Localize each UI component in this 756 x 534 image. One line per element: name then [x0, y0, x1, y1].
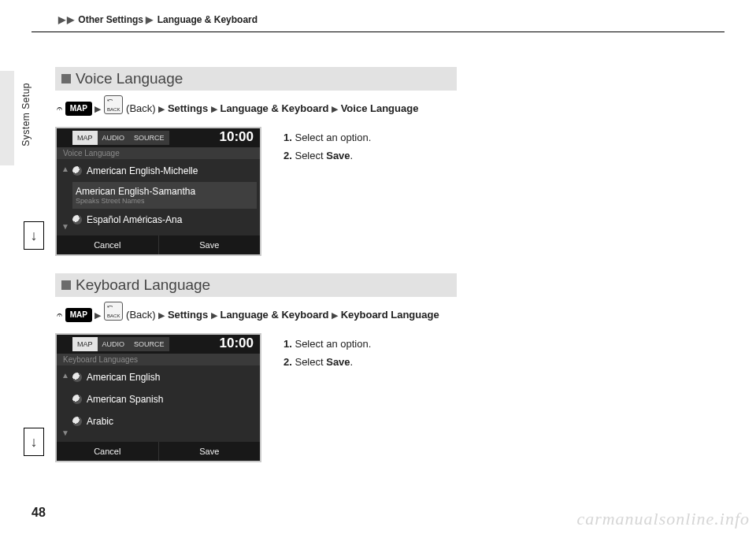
- screen-title: Keyboard Languages: [57, 354, 260, 365]
- step-number: 1.: [284, 338, 292, 350]
- screenshot-voice-language: MAP AUDIO SOURCE 10:00 Voice Language ▲ …: [55, 127, 261, 256]
- step: 2. Select Save.: [284, 353, 371, 371]
- scroll-up-icon: ▲: [61, 165, 69, 173]
- list-item: American Spanish: [72, 388, 257, 410]
- map-button-icon: MAP: [65, 102, 92, 116]
- chevron-right-icon: ▶: [94, 310, 101, 320]
- chevron-right-icon: ▶: [94, 104, 101, 113]
- step-number: 2.: [284, 150, 292, 161]
- list-item-label: American English-Michelle: [87, 165, 198, 176]
- cancel-button: Cancel: [57, 235, 159, 254]
- back-text: (Back): [126, 102, 156, 114]
- chevron-right-icon: ▶: [67, 14, 74, 25]
- path-segment: Voice Language: [341, 102, 419, 114]
- clock-display: 10:00: [220, 336, 254, 351]
- section-title-text: Voice Language: [76, 70, 183, 87]
- radio-icon: [72, 373, 82, 382]
- side-tab: [0, 71, 14, 165]
- step-number: 2.: [284, 356, 292, 368]
- down-arrow-callout-icon: ↓: [24, 221, 44, 250]
- instruction-steps: 1. Select an option. 2. Select Save.: [284, 127, 371, 256]
- list-item: Arabic: [72, 410, 257, 432]
- chevron-right-icon: ▶: [58, 14, 65, 25]
- step-text: Select: [295, 150, 326, 161]
- chevron-right-icon: ▶: [211, 310, 217, 320]
- nav-path: 𝄐 MAP ▶ ⤺BACK (Back) ▶ Settings ▶ Langua…: [55, 297, 701, 328]
- tab-audio: AUDIO: [98, 337, 130, 351]
- chevron-right-icon: ▶: [211, 104, 217, 113]
- nav-path: 𝄐 MAP ▶ ⤺BACK (Back) ▶ Settings ▶ Langua…: [55, 91, 701, 122]
- section-voice-language: Voice Language 𝄐 MAP ▶ ⤺BACK (Back) ▶ Se…: [55, 67, 701, 256]
- list-item: Español Américas-Ana: [72, 209, 257, 231]
- instruction-steps: 1. Select an option. 2. Select Save.: [284, 333, 371, 462]
- tab-map: MAP: [72, 131, 98, 145]
- step-text: .: [350, 356, 354, 368]
- scroll-up-icon: ▲: [61, 371, 69, 380]
- save-button: Save: [159, 235, 261, 254]
- radio-icon: [72, 215, 82, 224]
- tab-source: SOURCE: [129, 131, 169, 145]
- step: 1. Select an option.: [284, 335, 371, 353]
- breadcrumb-item: Language & Keyboard: [158, 14, 258, 25]
- voice-icon: 𝄐: [57, 102, 62, 114]
- chevron-right-icon: ▶: [158, 104, 165, 113]
- step-text: .: [350, 150, 354, 161]
- tab-audio: AUDIO: [98, 131, 130, 145]
- cancel-button: Cancel: [57, 442, 159, 461]
- list-item-label: Español Américas-Ana: [87, 214, 182, 225]
- breadcrumb-item: Other Settings: [78, 14, 143, 25]
- step-number: 1.: [284, 132, 292, 143]
- path-segment: Language & Keyboard: [220, 309, 328, 321]
- voice-icon: 𝄐: [57, 309, 62, 321]
- list-item: American English: [72, 366, 257, 388]
- step-bold: Save: [326, 356, 350, 368]
- step: 1. Select an option.: [284, 128, 371, 146]
- list-item: American English-Samantha Speaks Street …: [72, 182, 257, 209]
- radio-icon: [72, 395, 82, 404]
- chevron-right-icon: ▶: [332, 104, 338, 113]
- chevron-right-icon: ▶: [146, 14, 153, 25]
- side-tab-label: System Setup: [20, 83, 32, 146]
- scroll-down-icon: ▼: [61, 222, 69, 231]
- divider: [32, 32, 724, 32]
- list-item-label: American English: [87, 372, 160, 383]
- step-text: Select: [295, 356, 326, 368]
- section-title: Voice Language: [55, 67, 457, 91]
- screenshot-keyboard-language: MAP AUDIO SOURCE 10:00 Keyboard Language…: [55, 333, 261, 462]
- back-text: (Back): [126, 309, 156, 321]
- screen-title: Voice Language: [57, 147, 260, 159]
- breadcrumb: ▶▶ Other Settings ▶ Language & Keyboard: [58, 14, 258, 25]
- chevron-right-icon: ▶: [332, 310, 338, 320]
- chevron-right-icon: ▶: [158, 310, 165, 320]
- section-title-text: Keyboard Language: [76, 276, 210, 294]
- radio-icon: [72, 166, 82, 176]
- step-bold: Save: [326, 150, 350, 161]
- step-text: Select an option.: [295, 132, 371, 143]
- map-button-icon: MAP: [65, 308, 92, 322]
- list-item: American English-Michelle: [72, 160, 257, 182]
- path-segment: Keyboard Language: [341, 309, 439, 321]
- section-title: Keyboard Language: [55, 273, 457, 297]
- list-item-label: American English-Samantha: [76, 186, 195, 197]
- path-segment: Settings: [168, 102, 208, 114]
- tab-source: SOURCE: [129, 337, 169, 351]
- square-bullet-icon: [61, 74, 71, 83]
- back-button-icon: ⤺BACK: [104, 95, 123, 114]
- scroll-down-icon: ▼: [61, 428, 69, 437]
- tab-map: MAP: [72, 337, 98, 351]
- step: 2. Select Save.: [284, 146, 371, 165]
- step-text: Select an option.: [295, 338, 371, 350]
- page-number: 48: [32, 506, 46, 520]
- list-item-label: Arabic: [87, 416, 113, 427]
- clock-display: 10:00: [220, 129, 254, 145]
- list-item-label: American Spanish: [87, 394, 163, 405]
- list-item-sublabel: Speaks Street Names: [76, 197, 195, 205]
- save-button: Save: [159, 442, 261, 461]
- square-bullet-icon: [61, 280, 71, 290]
- section-keyboard-language: Keyboard Language 𝄐 MAP ▶ ⤺BACK (Back) ▶…: [55, 273, 701, 462]
- back-button-icon: ⤺BACK: [104, 302, 123, 321]
- radio-icon: [72, 417, 82, 426]
- path-segment: Settings: [168, 309, 208, 321]
- down-arrow-callout-icon: ↓: [24, 428, 44, 456]
- path-segment: Language & Keyboard: [220, 102, 328, 114]
